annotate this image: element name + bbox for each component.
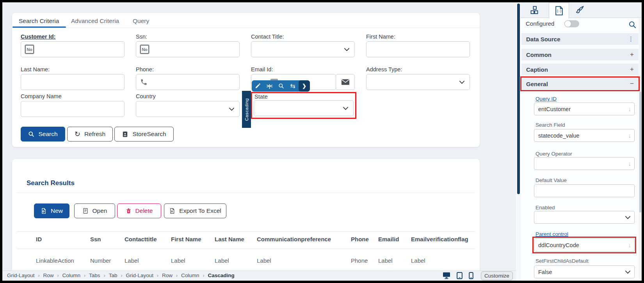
query-operator-input[interactable]: ↓ <box>534 157 635 170</box>
state-select[interactable] <box>254 100 354 116</box>
down-arrow-icon[interactable]: ↓ <box>628 106 632 112</box>
parent-control-label[interactable]: Parent control <box>535 231 568 237</box>
breadcrumb-item[interactable]: Column <box>181 272 199 278</box>
panel-scrollbar[interactable] <box>639 18 642 280</box>
edit-icon[interactable] <box>252 80 263 92</box>
search-icon[interactable] <box>275 80 287 92</box>
table-top-border <box>17 231 475 232</box>
company-name-input[interactable] <box>21 101 125 117</box>
country-select[interactable] <box>136 101 240 117</box>
breadcrumb-item[interactable]: Tabs <box>89 272 100 278</box>
breadcrumb-item[interactable]: Column <box>62 272 81 278</box>
set-first-child-label: SetFirstChildAsDefault <box>535 258 589 264</box>
table-header-cell[interactable]: First Name <box>171 236 201 242</box>
chevron-down-icon <box>459 80 465 84</box>
table-header-cell[interactable]: Communicationpreference <box>257 236 331 242</box>
country-label: Country <box>136 93 156 99</box>
code-document-icon: (··) <box>555 6 564 16</box>
default-value-input[interactable] <box>534 184 635 197</box>
set-first-child-select[interactable]: False <box>534 265 635 278</box>
table-header-cell[interactable]: Emailverificationflag <box>411 236 468 242</box>
delete-button[interactable]: Delete <box>117 203 161 218</box>
down-arrow-icon[interactable]: ↓ <box>628 132 632 139</box>
company-name-label: Company Name <box>21 93 62 99</box>
chevron-right-icon[interactable]: ❯ <box>299 80 310 92</box>
panel-tab-bar: (··) <box>521 2 642 18</box>
section-common[interactable]: Common + <box>521 49 639 60</box>
chevron-down-icon <box>625 216 631 219</box>
section-caption[interactable]: Caption + <box>521 64 639 75</box>
chevron-down-icon <box>344 48 350 51</box>
parent-control-input[interactable]: ddlCountryCode ↓ <box>534 238 635 252</box>
breadcrumb-bar: Grid-Layout› Row› Column› Tabs› Tab› Gri… <box>2 271 516 281</box>
query-id-input[interactable]: entCustomer ↓ <box>534 103 635 115</box>
tablet-icon[interactable] <box>457 272 463 279</box>
search-field-input[interactable]: statecode_value ↓ <box>534 129 635 142</box>
tab-search-criteria[interactable]: Search Criteria <box>19 18 59 25</box>
address-type-select[interactable] <box>366 74 470 90</box>
table-cell: Phone <box>351 257 368 264</box>
first-name-input[interactable] <box>366 41 470 57</box>
ssn-input[interactable]: No <box>136 41 240 57</box>
contact-title-select[interactable] <box>251 41 355 57</box>
phone-input[interactable] <box>136 74 240 90</box>
table-header-cell[interactable]: Emailid <box>378 236 399 242</box>
customer-id-input[interactable]: No <box>21 41 125 57</box>
tab-query[interactable]: Query <box>133 18 149 25</box>
breadcrumb-separator-icon: › <box>104 273 105 278</box>
enabled-select[interactable] <box>534 211 635 224</box>
open-button[interactable]: Open <box>74 203 115 218</box>
trash-icon <box>126 208 132 214</box>
phone-label: Phone: <box>136 66 154 73</box>
table-header-cell[interactable]: Last Name <box>215 236 244 242</box>
app-window: Search Criteria Advanced Criteria Query … <box>0 0 644 283</box>
breadcrumb-item[interactable]: Row <box>43 272 54 278</box>
control-toolbar: >|< ⇆ ❯ <box>252 80 310 92</box>
panel-scrollbar-thumb[interactable] <box>639 92 641 212</box>
tab-structure[interactable] <box>521 2 549 18</box>
expand-plus-icon[interactable]: + <box>630 51 634 58</box>
configured-toggle[interactable] <box>564 20 579 27</box>
collapse-minus-icon[interactable]: − <box>630 80 634 88</box>
new-button[interactable]: New <box>34 203 69 218</box>
expand-plus-icon[interactable]: + <box>630 65 634 73</box>
down-arrow-icon[interactable]: ↓ <box>628 242 632 248</box>
cascading-control-tag[interactable]: Cascading <box>242 91 251 128</box>
breadcrumb-item-current[interactable]: Cascading <box>208 272 235 278</box>
search-button[interactable]: Search <box>21 127 65 142</box>
align-center-icon[interactable]: >|< <box>263 80 275 92</box>
export-to-excel-button[interactable]: Export To Excel <box>164 203 226 218</box>
customize-button[interactable]: Customize <box>481 271 513 280</box>
tab-style[interactable] <box>569 2 589 18</box>
tab-advanced-criteria[interactable]: Advanced Criteria <box>71 18 119 25</box>
kebab-menu-icon[interactable]: ⋮ <box>628 35 634 42</box>
table-header-cell[interactable]: Phone <box>351 236 369 242</box>
refresh-button[interactable]: ↻ Refresh <box>67 127 113 142</box>
address-type-label: Address Type: <box>366 66 402 73</box>
section-general[interactable]: General − <box>521 78 639 90</box>
enabled-label: Enabled <box>535 205 555 210</box>
svg-text:(··): (··) <box>557 9 561 13</box>
brush-icon <box>575 5 584 15</box>
breadcrumb-item[interactable]: Tab <box>109 272 117 278</box>
breadcrumb-item[interactable]: Grid-Layout <box>7 272 35 278</box>
last-name-input[interactable] <box>21 74 125 90</box>
table-header-cell[interactable]: Contacttitle <box>125 236 157 242</box>
table-header-cell[interactable]: ID <box>36 236 42 242</box>
main-scrollbar-thumb[interactable] <box>517 4 520 194</box>
phone-icon <box>140 78 148 86</box>
panel-search-icon[interactable] <box>628 21 637 29</box>
tab-properties[interactable]: (··) <box>549 2 569 18</box>
table-cell: Label <box>171 257 185 264</box>
section-data-source[interactable]: Data Source ⋮ <box>521 33 639 45</box>
table-header-cell[interactable]: Ssn <box>90 236 101 242</box>
mobile-icon[interactable] <box>469 272 473 279</box>
swap-icon[interactable]: ⇆ <box>287 80 299 92</box>
query-id-label[interactable]: Query ID <box>535 96 557 102</box>
email-addon <box>336 74 355 90</box>
store-search-button[interactable]: StoreSearch <box>114 127 174 142</box>
desktop-icon[interactable] <box>443 272 450 279</box>
breadcrumb-item[interactable]: Grid-Layout <box>126 272 153 278</box>
down-arrow-icon[interactable]: ↓ <box>628 160 632 167</box>
breadcrumb-item[interactable]: Row <box>162 272 173 278</box>
